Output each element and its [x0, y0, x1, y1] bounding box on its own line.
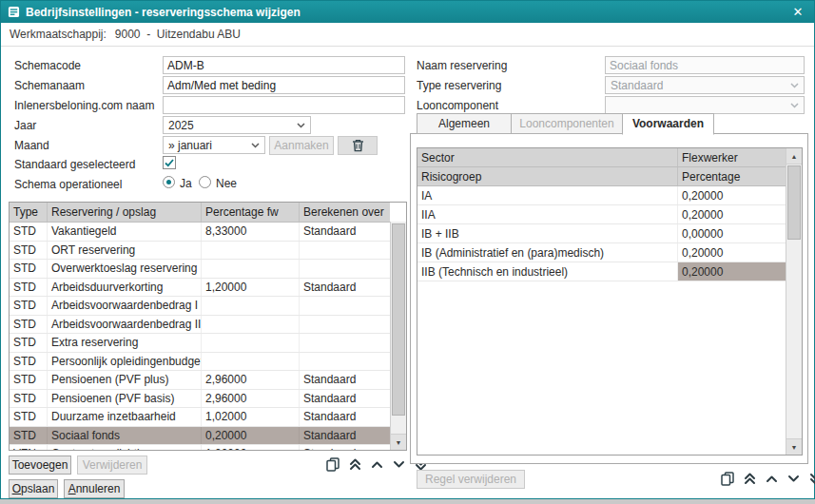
sector-cell[interactable]: IIA	[417, 205, 678, 223]
reservation-row[interactable]: STDORT reservering	[10, 242, 390, 261]
reservation-table-header: Type Reservering / opslag Percentage fw …	[10, 203, 390, 223]
flexwerker-header: Flexwerker	[678, 148, 786, 166]
type-cell: STD	[10, 223, 48, 241]
maand-select[interactable]: » januari	[163, 136, 265, 154]
sector-cell[interactable]: IIB (Technisch en industrieel)	[417, 262, 678, 281]
percentage-cell[interactable]: 0,00000	[678, 224, 786, 242]
tab-voorwaarden[interactable]: Voorwaarden	[622, 113, 714, 135]
maand-value: » januari	[168, 139, 212, 152]
percentage-cell[interactable]: 0,20000	[678, 243, 786, 262]
scrollbar-thumb[interactable]	[787, 165, 801, 240]
reservation-row[interactable]: VZNContractverplichting1,00000Standaard	[10, 445, 390, 450]
risicogroep-row[interactable]: IB + IIB0,00000	[417, 224, 786, 243]
move-down-icon[interactable]	[391, 456, 406, 473]
berekenen-over-cell: Standaard	[300, 371, 390, 389]
percentage-cell[interactable]: 0,20000	[678, 205, 786, 223]
window-title: Bedrijfsinstellingen - reserveringsschem…	[26, 6, 783, 19]
company-label: Werkmaatschappij:	[10, 28, 107, 41]
inlenersbeloning-input[interactable]	[163, 96, 405, 114]
reservation-row[interactable]: STDPensioenen (PVF basis)2,96000Standaar…	[10, 390, 390, 409]
schemacode-input[interactable]	[163, 56, 405, 74]
verwijderen-button: Verwijderen	[77, 456, 147, 475]
move-up-icon[interactable]	[764, 471, 779, 487]
risicogroep-row[interactable]: IIA0,20000	[417, 205, 786, 224]
scroll-down-icon[interactable]: ▼	[786, 438, 802, 455]
reservation-row[interactable]: STDArbeidsduurverkorting1,20000Standaard	[10, 279, 390, 298]
name-cell: Arbeidsduurverkorting	[48, 279, 202, 297]
risicogroep-row[interactable]: IIB (Technisch en industrieel)0,20000	[417, 262, 786, 281]
reservation-row[interactable]: STDOverwerktoeslag reservering	[10, 260, 390, 279]
jaar-select[interactable]: 2025	[163, 116, 311, 134]
reservation-row[interactable]: STDVakantiegeld8,33000Standaard	[10, 223, 390, 242]
percentage-cell[interactable]: 0,20000	[678, 186, 786, 204]
berekenen-over-cell: Standaard	[300, 445, 390, 450]
risicogroep-row[interactable]: IA0,20000	[417, 186, 786, 205]
berekenen-over-cell	[300, 297, 390, 315]
berekenen-over-cell: Standaard	[300, 223, 390, 241]
reservation-row[interactable]: STDPersoonlijk opleidingenbudget	[10, 353, 390, 372]
move-top-icon[interactable]	[347, 456, 362, 473]
risicogroep-order-toolbar	[720, 471, 815, 487]
name-cell: Arbeidsvoorwaardenbedrag II	[48, 316, 202, 334]
reservation-row[interactable]: STDArbeidsvoorwaardenbedrag I	[10, 297, 390, 316]
scroll-up-icon[interactable]: ▲	[786, 148, 802, 165]
tab-algemeen[interactable]: Algemeen	[417, 113, 512, 134]
check-icon	[165, 159, 174, 167]
reservation-row[interactable]: STDArbeidsvoorwaardenbedrag II	[10, 316, 390, 335]
percentage-fw-header: Percentage fw	[202, 203, 300, 222]
sector-cell[interactable]: IB (Administratief en (para)medisch)	[417, 243, 678, 262]
annuleren-button[interactable]: Annuleren	[64, 479, 125, 498]
company-value: 9000 - Uitzendabu ABU	[115, 28, 241, 41]
copy-icon[interactable]	[720, 471, 735, 487]
chevron-down-icon	[790, 103, 799, 108]
sector-cell[interactable]: IB + IIB	[417, 224, 678, 242]
toevoegen-button[interactable]: Toevoegen	[9, 456, 71, 475]
reservation-row[interactable]: STDPensioenen (PVF plus)2,96000Standaard	[10, 371, 390, 390]
schemanaam-input[interactable]	[163, 76, 405, 94]
percentage-cell[interactable]: 0,20000	[678, 262, 786, 281]
reservation-row[interactable]: STDDuurzame inzetbaarheid1,02000Standaar…	[10, 408, 390, 427]
move-bottom-icon[interactable]	[807, 471, 815, 487]
percentage-cell	[202, 316, 300, 334]
berekenen-over-cell: Standaard	[300, 279, 390, 297]
berekenen-over-cell	[300, 242, 390, 260]
opslaan-button[interactable]: Opslaan	[9, 479, 58, 498]
risicogroep-row[interactable]: IB (Administratief en (para)medisch)0,20…	[417, 243, 786, 262]
reservation-row[interactable]: STDSociaal fonds0,20000Standaard	[10, 427, 390, 446]
copy-icon[interactable]	[325, 456, 340, 473]
standaard-geselecteerd-checkbox[interactable]	[163, 156, 176, 169]
type-cell: STD	[10, 408, 48, 426]
sector-cell[interactable]: IA	[417, 186, 678, 204]
scroll-down-icon[interactable]: ▼	[391, 434, 406, 450]
percentage-cell	[202, 297, 300, 315]
percentage-cell	[202, 260, 300, 278]
percentage-cell: 0,20000	[202, 427, 300, 445]
titlebar[interactable]: Bedrijfsinstellingen - reserveringsschem…	[1, 1, 814, 23]
type-reservering-select: Standaard	[605, 76, 805, 94]
scrollbar-thumb[interactable]	[392, 223, 405, 416]
ja-radio[interactable]	[163, 176, 175, 188]
name-cell: Persoonlijk opleidingenbudget	[48, 353, 202, 371]
name-cell: Contractverplichting	[48, 445, 202, 450]
percentage-cell: 2,96000	[202, 390, 300, 408]
berekenen-over-header: Berekenen over	[300, 203, 390, 222]
delete-schema-button[interactable]	[338, 136, 378, 155]
berekenen-over-cell	[300, 316, 390, 334]
close-icon[interactable]: ✕	[788, 1, 807, 23]
move-down-icon[interactable]	[786, 471, 801, 487]
percentage-cell	[202, 334, 300, 352]
move-top-icon[interactable]	[742, 471, 757, 487]
berekenen-over-cell: Standaard	[300, 408, 390, 426]
risicogroep-header: Risicogroep	[417, 167, 678, 185]
percentage-cell	[202, 353, 300, 371]
schemanaam-label: Schemanaam	[14, 79, 85, 92]
berekenen-over-cell: Standaard	[300, 390, 390, 408]
move-up-icon[interactable]	[369, 456, 384, 473]
type-reservering-value: Standaard	[611, 79, 663, 92]
name-cell: Arbeidsvoorwaardenbedrag I	[48, 297, 202, 315]
chevron-down-icon	[297, 123, 305, 128]
nee-radio[interactable]	[199, 176, 211, 188]
reservation-row[interactable]: STDExtra reservering	[10, 334, 390, 353]
name-cell: Pensioenen (PVF plus)	[48, 371, 202, 389]
risicogroep-table: Sector Flexwerker Risicogroep Percentage…	[417, 147, 803, 456]
